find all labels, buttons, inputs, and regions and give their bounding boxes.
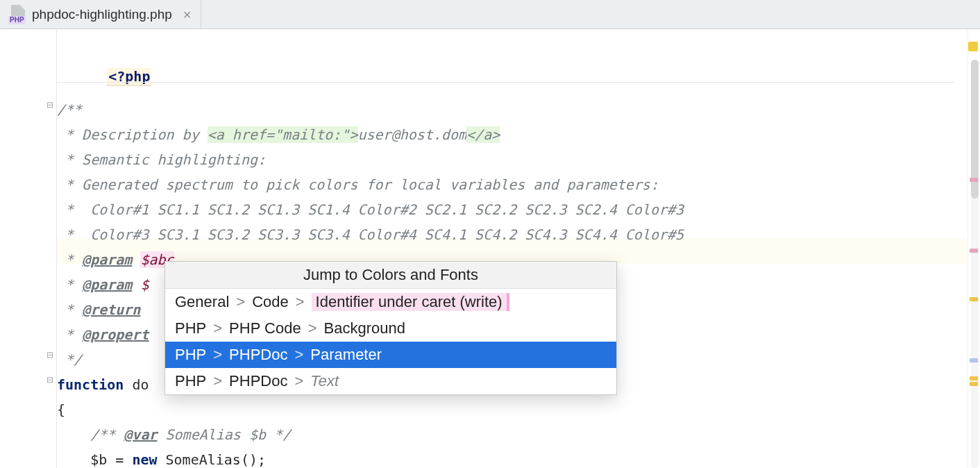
popup-title: Jump to Colors and Fonts [165,262,616,289]
error-marker-icon[interactable] [970,178,978,182]
doc-open: /** [57,97,968,122]
php-file-icon: PHP [8,5,26,24]
inline-doc-line: /** @var SomeAlias $b */ [57,422,968,447]
popup-path-segment: PHP Code [229,319,301,337]
tab-bar: PHP phpdoc-highlighting.php × [0,0,980,29]
doc-line: * Description by <a href="mailto:">user@… [57,122,968,147]
popup-path-segment: General [175,293,229,311]
code-area[interactable]: <?php /** * Description by <a href="mail… [57,29,968,468]
gutter[interactable]: ⊟ ⊟ ⊟ [0,29,57,468]
popup-path-segment: PHP [175,319,206,337]
chevron-right-icon: > [296,293,305,311]
marker-strip[interactable] [968,29,980,468]
error-marker-icon[interactable] [970,249,978,253]
warning-marker-icon[interactable] [968,42,978,51]
editor: ⊟ ⊟ ⊟ <?php /** * Description by <a href… [0,29,980,468]
popup-item[interactable]: General>Code>Identifier under caret (wri… [165,289,616,315]
popup-item-leaf: Text [310,372,339,390]
close-icon[interactable]: × [183,8,192,22]
chevron-right-icon: > [294,372,303,390]
horizontal-rule [57,82,954,83]
php-open-tag: <?php [107,68,151,86]
chevron-right-icon: > [213,319,222,337]
info-marker-icon[interactable] [970,358,978,362]
popup-path-segment: PHP [175,372,206,390]
chevron-right-icon: > [213,346,222,364]
popup-path-segment: Code [252,293,289,311]
popup-path-segment: PHPDoc [229,372,287,390]
assignment-line: $b = new SomeAlias(); [57,447,968,468]
warning-marker-icon[interactable] [970,297,978,301]
popup-item[interactable]: PHP>PHPDoc>Text [165,368,616,394]
popup-item-leaf: Background [324,319,405,337]
chevron-right-icon: > [236,293,245,311]
fold-toggle-icon[interactable]: ⊟ [45,350,55,360]
warning-marker-icon[interactable] [970,382,978,386]
fold-toggle-icon[interactable]: ⊟ [45,100,55,110]
doc-line: * Generated spectrum to pick colors for … [57,172,968,197]
popup-item-leaf: Parameter [310,346,382,364]
popup-path-segment: PHP [175,346,206,364]
chevron-right-icon: > [213,372,222,390]
popup-item[interactable]: PHP>PHP Code>Background [165,315,616,342]
doc-line: * Color#3 SC3.1 SC3.2 SC3.3 SC3.4 Color#… [57,222,968,247]
doc-line: * Semantic highlighting: [57,147,968,172]
chevron-right-icon: > [308,319,317,337]
chevron-right-icon: > [294,346,303,364]
warning-marker-icon[interactable] [970,376,978,381]
doc-line: * Color#1 SC1.1 SC1.2 SC1.3 SC1.4 Color#… [57,197,968,222]
tab-file[interactable]: PHP phpdoc-highlighting.php × [0,0,201,28]
brace-open: { [57,397,968,422]
fold-toggle-icon[interactable]: ⊟ [45,375,55,385]
tab-filename: phpdoc-highlighting.php [32,7,172,22]
popup-item-leaf: Identifier under caret (write) [312,293,509,311]
popup-item[interactable]: PHP>PHPDoc>Parameter [165,342,616,368]
popup-path-segment: PHPDoc [229,346,287,364]
jump-to-colors-popup: Jump to Colors and Fonts General>Code>Id… [164,261,617,395]
